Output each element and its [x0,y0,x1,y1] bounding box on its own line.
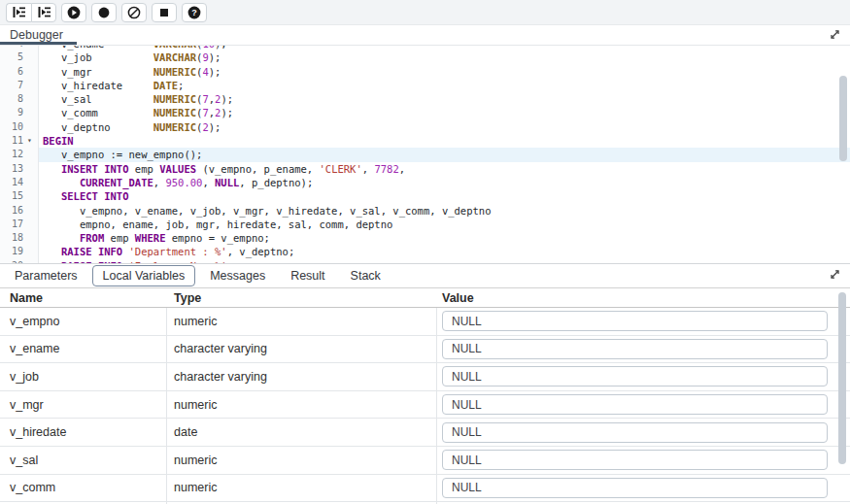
code-text[interactable]: SELECT INTO [39,189,850,203]
variable-value-input[interactable] [442,422,828,443]
code-text[interactable]: v_comm NUMERIC(7,2); [39,106,850,119]
code-text[interactable]: FROM emp WHERE empno = v_empno; [39,231,850,245]
tab-parameters[interactable]: Parameters [4,265,88,286]
line-number-gutter[interactable]: 14 [0,176,39,189]
step-into-icon [13,6,25,18]
code-text[interactable]: v_job VARCHAR(9); [39,50,850,64]
line-number: 12 [0,148,27,161]
variable-value-input[interactable] [442,311,828,331]
panel-scrollbar-thumb[interactable] [838,292,846,464]
code-token: emp [104,232,135,244]
variable-value-input[interactable] [442,450,828,470]
clear-breakpoints-button[interactable] [121,3,147,22]
step-over-button[interactable] [31,3,56,22]
code-token: , v_deptno; [227,246,295,257]
stop-icon [157,6,171,19]
variable-value-cell [437,363,850,390]
code-text[interactable]: v_sal NUMERIC(7,2); [39,92,850,106]
variable-value-cell [437,308,850,335]
line-number-gutter[interactable]: 15 [0,189,39,203]
line-number-gutter[interactable]: 13 [0,162,39,176]
line-number-gutter[interactable]: 6 [0,65,39,79]
line-number-gutter[interactable]: 18 [0,231,39,245]
variable-value-input[interactable] [442,478,828,498]
code-token: emp [129,163,160,175]
debugger-window: ? Debugger 4 v_ename VARCHAR(10);5 v_job… [0,0,850,504]
continue-button[interactable] [61,3,86,22]
code-text[interactable]: v_mgr NUMERIC(4); [39,65,850,79]
stop-button[interactable] [152,3,177,22]
code-token: SELECT INTO [61,190,129,202]
fold-arrow-icon[interactable]: ▾ [27,134,38,148]
code-line: 15 SELECT INTO [0,189,850,203]
code-text[interactable]: v_empno := new_empno(); [39,148,850,161]
code-text[interactable]: BEGIN [39,134,850,148]
line-number-gutter[interactable]: 11▾ [0,134,39,148]
code-token: VALUES [159,163,196,175]
line-number: 18 [0,231,27,245]
tab-debugger[interactable]: Debugger [0,25,77,45]
code-text[interactable]: CURRENT_DATE, 950.00, NULL, p_deptno); [39,176,850,189]
line-number: 16 [0,204,27,218]
line-number-gutter[interactable]: 9 [0,106,39,119]
variable-name-cell: v_job [0,363,167,390]
variable-name-cell: v_empno [0,308,167,335]
code-text[interactable]: empno, ename, job, mgr, hiredate, sal, c… [39,218,850,231]
code-token: ); [209,51,221,63]
breakpoint-button[interactable] [91,3,117,22]
code-token: v_hiredate [43,80,153,91]
panel-scrollbar[interactable] [838,291,847,504]
code-token: v_comm [43,107,153,118]
table-row: v_empnonumeric [0,308,850,336]
help-button[interactable]: ? [182,3,207,22]
variable-type-cell: date [167,419,437,446]
code-text[interactable]: v_hiredate DATE; [39,79,850,92]
tab-local-variables[interactable]: Local Variables [92,265,196,286]
editor-scrollbar-thumb[interactable] [839,76,847,161]
code-text[interactable]: v_deptno NUMERIC(2); [39,120,850,134]
variable-value-input[interactable] [442,339,828,359]
line-number-gutter[interactable]: 10 [0,120,39,134]
code-token: empno, ename, job, mgr, hiredate, sal, c… [43,218,392,230]
line-number-gutter[interactable]: 19 [0,245,39,258]
line-number: 13 [0,162,27,176]
variable-value-cell [437,391,850,419]
table-row: v_commnumeric [0,475,850,503]
variable-value-input[interactable] [442,394,828,415]
code-line: 17 empno, ename, job, mgr, hiredate, sal… [0,218,850,231]
line-number: 14 [0,176,27,189]
code-token: VARCHAR [153,46,196,50]
line-number-gutter[interactable]: 5 [0,50,39,64]
bottom-panel-tabbar: ParametersLocal VariablesMessagesResultS… [0,264,850,287]
panel-expand-button[interactable] [827,268,842,284]
expand-icon [829,27,841,45]
tab-result[interactable]: Result [280,265,335,286]
editor-scrollbar[interactable] [839,46,848,263]
variable-type-cell: numeric [167,308,437,335]
tab-messages[interactable]: Messages [199,265,276,286]
code-token [43,232,80,244]
code-text[interactable]: v_empno, v_ename, v_job, v_mgr, v_hireda… [39,204,850,218]
line-number-gutter[interactable]: 12 [0,148,39,161]
line-number: 15 [0,189,27,203]
toolbar-group: ? [182,3,207,22]
code-token: ; [178,80,184,91]
variable-value-cell [437,419,850,446]
step-over-icon [38,6,51,18]
variable-name-cell: v_mgr [0,391,167,419]
variable-value-input[interactable] [442,366,828,386]
help-icon: ? [187,6,201,19]
code-line: 12 v_empno := new_empno(); [0,148,850,161]
code-text[interactable]: RAISE INFO 'Department : %', v_deptno; [39,245,850,258]
line-number-gutter[interactable]: 7 [0,79,39,92]
code-token: NUMERIC [153,93,196,105]
editor-expand-button[interactable] [827,28,842,44]
code-editor[interactable]: 4 v_ename VARCHAR(10);5 v_job VARCHAR(9)… [0,46,850,263]
line-number-gutter[interactable]: 17 [0,218,39,231]
step-into-button[interactable] [6,3,31,22]
tab-stack[interactable]: Stack [340,265,391,286]
code-token: 10 [202,46,215,50]
line-number-gutter[interactable]: 8 [0,92,39,106]
line-number-gutter[interactable]: 16 [0,204,39,218]
code-text[interactable]: INSERT INTO emp VALUES (v_empno, p_ename… [39,162,850,176]
